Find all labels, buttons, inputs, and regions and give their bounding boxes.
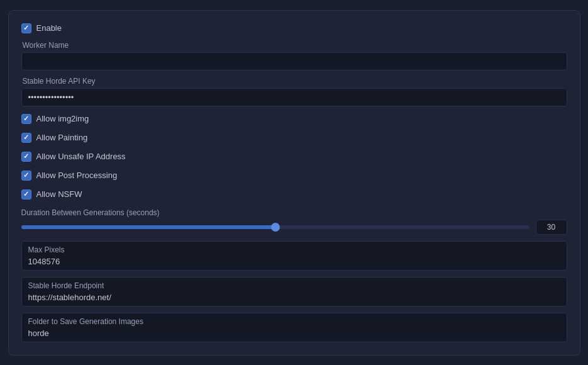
api-key-input[interactable] [21, 88, 567, 106]
allow-post-processing-label: Allow Post Processing [36, 171, 118, 180]
slider-fill [21, 225, 275, 229]
duration-label: Duration Between Generations (seconds) [21, 208, 567, 217]
allow-img2img-checkbox[interactable] [21, 114, 31, 124]
allow-painting-label: Allow Painting [36, 133, 88, 142]
slider-container [21, 221, 530, 233]
worker-name-input[interactable] [21, 52, 567, 70]
enable-checkbox[interactable] [21, 23, 31, 33]
allow-nsfw-label: Allow NSFW [36, 189, 82, 199]
allow-unsafe-ip-checkbox[interactable] [21, 152, 31, 162]
save-folder-value: horde [28, 328, 560, 338]
slider-track [21, 225, 530, 229]
max-pixels-label: Max Pixels [28, 245, 560, 254]
duration-group: Duration Between Generations (seconds) 3… [21, 207, 567, 235]
allow-painting-row: Allow Painting [21, 133, 567, 143]
max-pixels-value: 1048576 [28, 257, 560, 266]
allow-nsfw-checkbox[interactable] [21, 189, 31, 199]
enable-row: Enable [21, 23, 567, 33]
allow-post-processing-row: Allow Post Processing [21, 171, 567, 181]
settings-panel: Enable Worker Name Stable Horde API Key … [8, 10, 580, 356]
endpoint-value: https://stablehorde.net/ [28, 293, 560, 302]
slider-row: 30 [21, 220, 567, 235]
slider-thumb[interactable] [271, 223, 280, 232]
allow-img2img-row: Allow img2img [21, 114, 567, 124]
allow-post-processing-checkbox[interactable] [21, 171, 31, 181]
endpoint-label: Stable Horde Endpoint [28, 281, 560, 290]
allow-nsfw-row: Allow NSFW [21, 189, 567, 199]
duration-value: 30 [536, 220, 567, 235]
max-pixels-group: Max Pixels 1048576 [21, 241, 567, 271]
allow-unsafe-ip-row: Allow Unsafe IP Address [21, 152, 567, 162]
save-folder-group: Folder to Save Generation Images horde [21, 313, 567, 342]
worker-name-group: Worker Name [21, 41, 567, 70]
endpoint-group: Stable Horde Endpoint https://stablehord… [21, 277, 567, 306]
allow-unsafe-ip-label: Allow Unsafe IP Address [36, 152, 126, 161]
allow-painting-checkbox[interactable] [21, 133, 31, 143]
allow-img2img-label: Allow img2img [36, 114, 89, 123]
worker-name-label: Worker Name [23, 41, 567, 50]
enable-label: Enable [36, 23, 62, 33]
api-key-group: Stable Horde API Key [21, 77, 567, 106]
api-key-label: Stable Horde API Key [23, 77, 567, 86]
save-folder-label: Folder to Save Generation Images [28, 317, 560, 326]
